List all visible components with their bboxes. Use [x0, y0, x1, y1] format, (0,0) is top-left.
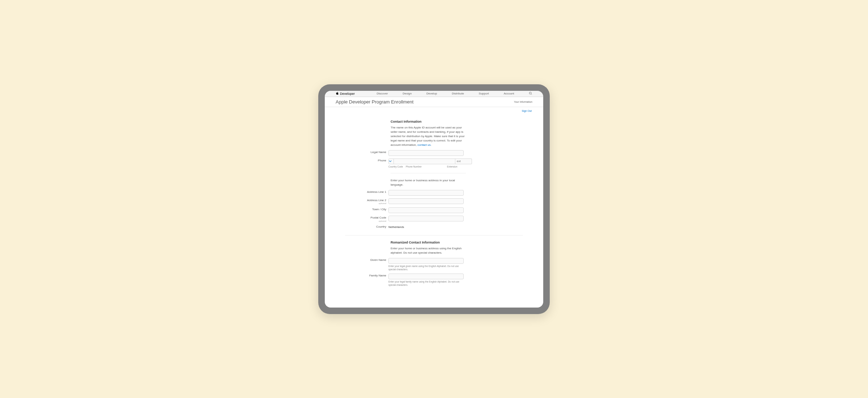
family-hint: Enter your legal family name using the E…: [388, 280, 461, 287]
family-name-input[interactable]: [388, 274, 464, 279]
addr1-label: Address Line 1: [345, 190, 388, 194]
city-input[interactable]: [388, 207, 464, 213]
svg-line-1: [531, 94, 532, 94]
phone-ext-input[interactable]: [455, 158, 472, 164]
svg-point-0: [529, 92, 531, 94]
brand[interactable]: Developer: [336, 92, 355, 96]
addr2-label: Address Line 2optional: [345, 198, 388, 205]
nav-items: Discover Design Develop Distribute Suppo…: [355, 92, 529, 95]
signout-row: Sign Out: [325, 107, 543, 113]
country-value: Netherlands: [388, 225, 464, 229]
country-label: Country: [345, 225, 388, 229]
row-city: Town / City: [345, 207, 523, 213]
row-postal: Postal Codeoptional: [345, 216, 523, 222]
contact-intro: The name on this Apple ID account will b…: [391, 126, 466, 147]
nav-distribute[interactable]: Distribute: [452, 92, 464, 95]
nav-design[interactable]: Design: [403, 92, 412, 95]
phone-group: [388, 158, 464, 164]
nav-develop[interactable]: Develop: [426, 92, 437, 95]
sub-extension: Extension: [447, 165, 464, 168]
sub-phone-number: Phone Number: [405, 165, 447, 168]
phone-sublabels: Country Code Phone Number Extension: [388, 165, 464, 168]
roman-intro: Enter your home or business address usin…: [391, 246, 466, 255]
row-given: Given Name Enter your legal given name u…: [345, 258, 523, 271]
given-label: Given Name: [345, 258, 388, 262]
device-frame: Developer Discover Design Develop Distri…: [318, 84, 550, 314]
row-phone: Phone Country Code: [345, 158, 523, 168]
legal-name-label: Legal Name: [345, 150, 388, 154]
row-addr1: Address Line 1: [345, 190, 523, 196]
sub-country-code: Country Code: [388, 165, 405, 168]
row-addr2: Address Line 2optional: [345, 198, 523, 205]
nav-account[interactable]: Account: [504, 92, 514, 95]
separator: [391, 173, 466, 173]
row-family: Family Name Enter your legal family name…: [345, 274, 523, 287]
content: Contact Information The name on this App…: [325, 113, 543, 287]
addr2-input[interactable]: [388, 198, 464, 204]
city-label: Town / City: [345, 207, 388, 211]
phone-number-input[interactable]: [394, 158, 455, 164]
chevron-down-icon: [389, 160, 392, 163]
brand-label: Developer: [340, 92, 355, 96]
address-intro: Enter your home or business address in y…: [391, 178, 466, 187]
contact-section: Contact Information The name on this App…: [345, 120, 523, 229]
addr1-input[interactable]: [388, 190, 464, 196]
breadcrumb: Your Information: [514, 101, 532, 103]
given-hint: Enter your legal given name using the En…: [388, 265, 461, 271]
nav-support[interactable]: Support: [479, 92, 489, 95]
roman-title: Romanized Contact Information: [391, 241, 523, 244]
postal-input[interactable]: [388, 216, 464, 221]
section-separator: [345, 235, 523, 236]
legal-name-input[interactable]: [388, 150, 464, 156]
postal-label: Postal Codeoptional: [345, 216, 388, 222]
contact-us-link[interactable]: contact us: [417, 143, 430, 147]
search-icon: [529, 93, 532, 96]
family-label: Family Name: [345, 274, 388, 278]
screen: Developer Discover Design Develop Distri…: [325, 91, 543, 308]
contact-title: Contact Information: [391, 120, 523, 123]
search-button[interactable]: [529, 92, 532, 96]
given-name-input[interactable]: [388, 258, 464, 264]
country-code-select[interactable]: [388, 158, 394, 164]
roman-section: Romanized Contact Information Enter your…: [345, 241, 523, 287]
apple-icon: [336, 92, 339, 96]
nav-discover[interactable]: Discover: [376, 92, 388, 95]
page-title: Apple Developer Program Enrollment: [336, 99, 413, 105]
row-country: Country Netherlands: [345, 225, 523, 229]
sub-header: Apple Developer Program Enrollment Your …: [325, 97, 543, 107]
row-legal-name: Legal Name: [345, 150, 523, 156]
top-nav: Developer Discover Design Develop Distri…: [325, 91, 543, 97]
phone-label: Phone: [345, 158, 388, 162]
sign-out-link[interactable]: Sign Out: [522, 110, 532, 112]
